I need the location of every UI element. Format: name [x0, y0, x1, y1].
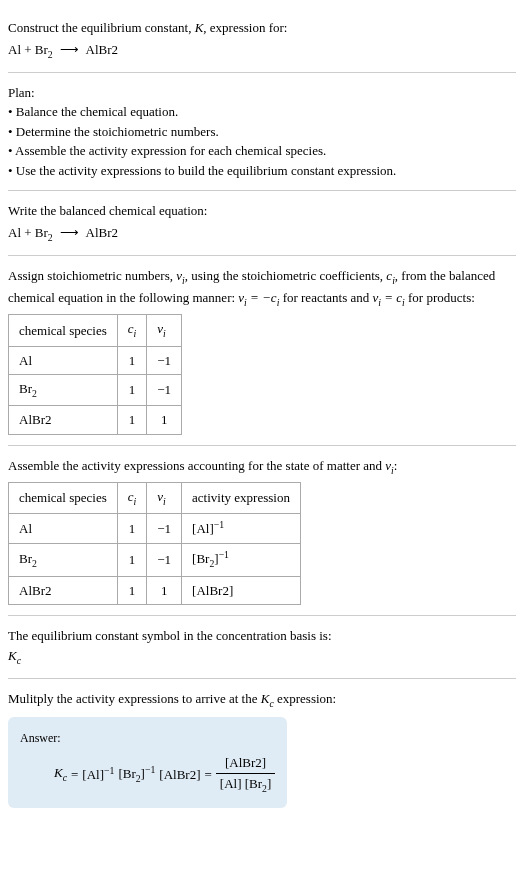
activity-section: Assemble the activity expressions accoun… [8, 446, 516, 616]
balanced-equation: Al + Br2 ⟶ AlBr2 [8, 223, 516, 245]
intro-line1b: , expression for: [203, 20, 287, 35]
fraction-numerator: [AlBr2] [216, 753, 275, 774]
header-ci: ci [117, 483, 147, 514]
cell-ci: 1 [117, 576, 147, 605]
multiply-title: Mulitply the activity expressions to arr… [8, 689, 516, 711]
activity-table: chemical species ci νi activity expressi… [8, 482, 301, 605]
activity-title: Assemble the activity expressions accoun… [8, 456, 516, 478]
table-header-row: chemical species ci νi [9, 315, 182, 346]
intro-text: Construct the equilibrium constant, K, e… [8, 18, 516, 38]
fraction-denominator: [Al] [Br2] [216, 774, 275, 796]
header-ci: ci [117, 315, 147, 346]
plan-item: • Assemble the activity expression for e… [8, 141, 516, 161]
table-row: AlBr2 1 1 [AlBr2] [9, 576, 301, 605]
cell-ci: 1 [117, 544, 147, 577]
intro-equation: Al + Br2 ⟶ AlBr2 [8, 40, 516, 62]
cell-species: AlBr2 [9, 406, 118, 435]
header-nu: νi [147, 315, 182, 346]
header-species: chemical species [9, 315, 118, 346]
cell-nu: 1 [147, 576, 182, 605]
cell-species: Al [9, 346, 118, 375]
stoich-table: chemical species ci νi Al 1 −1 Br2 1 −1 … [8, 314, 182, 434]
plan-section: Plan: • Balance the chemical equation. •… [8, 73, 516, 192]
table-row: Al 1 −1 [Al]−1 [9, 514, 301, 544]
cell-ci: 1 [117, 375, 147, 406]
cell-nu: −1 [147, 375, 182, 406]
answer-box: Answer: Kc = [Al]−1 [Br2]−1 [AlBr2] = [A… [8, 717, 287, 808]
kc-expression: Kc = [Al]−1 [Br2]−1 [AlBr2] = [AlBr2] [A… [20, 753, 275, 796]
stoich-section: Assign stoichiometric numbers, νi, using… [8, 256, 516, 446]
symbol-section: The equilibrium constant symbol in the c… [8, 616, 516, 679]
cell-ci: 1 [117, 346, 147, 375]
cell-species: Br2 [9, 544, 118, 577]
cell-nu: 1 [147, 406, 182, 435]
balanced-section: Write the balanced chemical equation: Al… [8, 191, 516, 256]
cell-species: AlBr2 [9, 576, 118, 605]
cell-expr: [AlBr2] [182, 576, 301, 605]
intro-line1: Construct the equilibrium constant, [8, 20, 195, 35]
intro-section: Construct the equilibrium constant, K, e… [8, 8, 516, 73]
cell-nu: −1 [147, 514, 182, 544]
stoich-intro: Assign stoichiometric numbers, νi, using… [8, 266, 516, 310]
plan-item: • Determine the stoichiometric numbers. [8, 122, 516, 142]
answer-label: Answer: [20, 729, 275, 747]
header-species: chemical species [9, 483, 118, 514]
plan-item: • Balance the chemical equation. [8, 102, 516, 122]
table-row: Al 1 −1 [9, 346, 182, 375]
multiply-section: Mulitply the activity expressions to arr… [8, 679, 516, 808]
cell-ci: 1 [117, 406, 147, 435]
table-row: Br2 1 −1 [Br2]−1 [9, 544, 301, 577]
balanced-title: Write the balanced chemical equation: [8, 201, 516, 221]
header-expr: activity expression [182, 483, 301, 514]
cell-nu: −1 [147, 544, 182, 577]
kc-symbol: Kc [8, 646, 516, 668]
cell-expr: [Br2]−1 [182, 544, 301, 577]
header-nu: νi [147, 483, 182, 514]
cell-nu: −1 [147, 346, 182, 375]
table-row: Br2 1 −1 [9, 375, 182, 406]
cell-species: Br2 [9, 375, 118, 406]
fraction: [AlBr2] [Al] [Br2] [216, 753, 275, 796]
table-header-row: chemical species ci νi activity expressi… [9, 483, 301, 514]
cell-species: Al [9, 514, 118, 544]
cell-expr: [Al]−1 [182, 514, 301, 544]
table-row: AlBr2 1 1 [9, 406, 182, 435]
symbol-title: The equilibrium constant symbol in the c… [8, 626, 516, 646]
plan-title: Plan: [8, 83, 516, 103]
plan-item: • Use the activity expressions to build … [8, 161, 516, 181]
cell-ci: 1 [117, 514, 147, 544]
